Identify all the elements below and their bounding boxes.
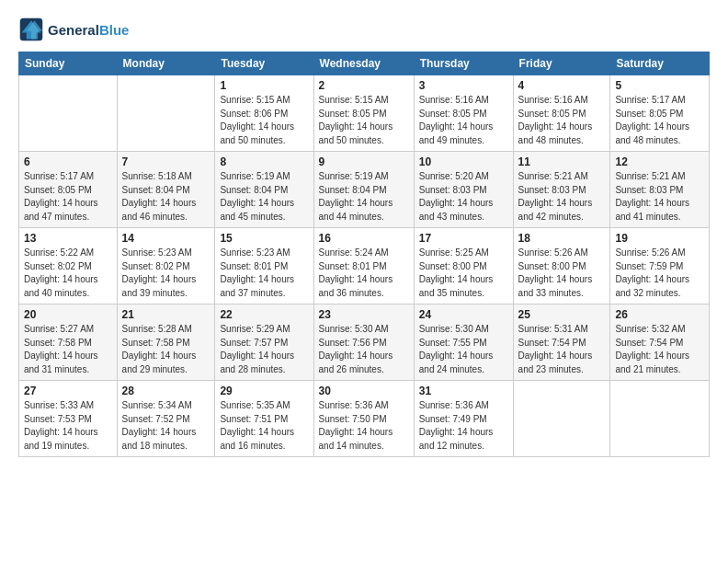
calendar-table: SundayMondayTuesdayWednesdayThursdayFrid… (18, 52, 710, 457)
day-number: 23 (319, 308, 409, 321)
day-info: Sunrise: 5:20 AM Sunset: 8:03 PM Dayligh… (419, 170, 508, 224)
day-number: 22 (220, 308, 308, 321)
calendar-cell: 3Sunrise: 5:16 AM Sunset: 8:05 PM Daylig… (414, 75, 513, 152)
day-info: Sunrise: 5:21 AM Sunset: 8:03 PM Dayligh… (615, 170, 704, 224)
day-number: 8 (220, 155, 308, 168)
day-number: 18 (518, 232, 606, 245)
week-row-1: 1Sunrise: 5:15 AM Sunset: 8:06 PM Daylig… (19, 75, 710, 152)
calendar-cell: 29Sunrise: 5:35 AM Sunset: 7:51 PM Dayli… (215, 381, 313, 457)
day-info: Sunrise: 5:36 AM Sunset: 7:50 PM Dayligh… (319, 399, 409, 453)
day-info: Sunrise: 5:30 AM Sunset: 7:55 PM Dayligh… (419, 323, 508, 376)
calendar-cell (610, 381, 710, 457)
day-info: Sunrise: 5:29 AM Sunset: 7:57 PM Dayligh… (220, 323, 308, 376)
calendar-cell (513, 381, 610, 457)
logo: GeneralBlue (18, 17, 129, 42)
day-number: 14 (122, 232, 210, 245)
day-info: Sunrise: 5:24 AM Sunset: 8:01 PM Dayligh… (319, 247, 409, 300)
calendar-cell: 10Sunrise: 5:20 AM Sunset: 8:03 PM Dayli… (414, 152, 513, 228)
day-number: 15 (220, 232, 308, 245)
day-info: Sunrise: 5:26 AM Sunset: 7:59 PM Dayligh… (615, 247, 704, 300)
day-info: Sunrise: 5:33 AM Sunset: 7:53 PM Dayligh… (24, 399, 112, 453)
day-number: 6 (24, 155, 112, 168)
calendar-cell: 31Sunrise: 5:36 AM Sunset: 7:49 PM Dayli… (414, 381, 513, 457)
day-number: 16 (319, 232, 409, 245)
day-info: Sunrise: 5:27 AM Sunset: 7:58 PM Dayligh… (24, 323, 112, 376)
calendar-cell: 25Sunrise: 5:31 AM Sunset: 7:54 PM Dayli… (513, 304, 610, 381)
calendar-cell: 1Sunrise: 5:15 AM Sunset: 8:06 PM Daylig… (215, 75, 313, 152)
day-number: 13 (24, 232, 112, 245)
day-number: 12 (615, 155, 704, 168)
day-info: Sunrise: 5:17 AM Sunset: 8:05 PM Dayligh… (24, 170, 112, 224)
calendar-cell: 13Sunrise: 5:22 AM Sunset: 8:02 PM Dayli… (19, 228, 118, 304)
calendar-cell: 21Sunrise: 5:28 AM Sunset: 7:58 PM Dayli… (117, 304, 215, 381)
calendar-cell: 26Sunrise: 5:32 AM Sunset: 7:54 PM Dayli… (610, 304, 710, 381)
day-number: 11 (518, 155, 606, 168)
calendar-cell: 17Sunrise: 5:25 AM Sunset: 8:00 PM Dayli… (414, 228, 513, 304)
header: GeneralBlue (18, 17, 710, 42)
weekday-header-friday: Friday (513, 52, 610, 75)
calendar-cell: 2Sunrise: 5:15 AM Sunset: 8:05 PM Daylig… (313, 75, 414, 152)
calendar-cell: 6Sunrise: 5:17 AM Sunset: 8:05 PM Daylig… (19, 152, 118, 228)
calendar-cell: 24Sunrise: 5:30 AM Sunset: 7:55 PM Dayli… (414, 304, 513, 381)
day-number: 21 (122, 308, 210, 321)
day-info: Sunrise: 5:17 AM Sunset: 8:05 PM Dayligh… (615, 94, 704, 147)
weekday-header-sunday: Sunday (19, 52, 118, 75)
day-number: 25 (518, 308, 606, 321)
calendar-cell: 30Sunrise: 5:36 AM Sunset: 7:50 PM Dayli… (313, 381, 414, 457)
day-info: Sunrise: 5:23 AM Sunset: 8:01 PM Dayligh… (220, 247, 308, 300)
day-number: 30 (319, 385, 409, 397)
day-number: 24 (419, 308, 508, 321)
day-number: 7 (122, 155, 210, 168)
calendar-cell: 8Sunrise: 5:19 AM Sunset: 8:04 PM Daylig… (215, 152, 313, 228)
calendar-cell (117, 75, 215, 152)
weekday-header-saturday: Saturday (610, 52, 710, 75)
day-number: 3 (419, 79, 508, 92)
day-number: 20 (24, 308, 112, 321)
weekday-header-thursday: Thursday (414, 52, 513, 75)
calendar-cell: 20Sunrise: 5:27 AM Sunset: 7:58 PM Dayli… (19, 304, 118, 381)
calendar-cell: 22Sunrise: 5:29 AM Sunset: 7:57 PM Dayli… (215, 304, 313, 381)
weekday-header-wednesday: Wednesday (313, 52, 414, 75)
day-info: Sunrise: 5:36 AM Sunset: 7:49 PM Dayligh… (419, 399, 508, 453)
logo-icon (18, 17, 44, 42)
day-info: Sunrise: 5:26 AM Sunset: 8:00 PM Dayligh… (518, 247, 606, 300)
day-info: Sunrise: 5:30 AM Sunset: 7:56 PM Dayligh… (319, 323, 409, 376)
calendar-cell (19, 75, 118, 152)
day-number: 17 (419, 232, 508, 245)
day-number: 19 (615, 232, 704, 245)
day-info: Sunrise: 5:18 AM Sunset: 8:04 PM Dayligh… (122, 170, 210, 224)
day-info: Sunrise: 5:34 AM Sunset: 7:52 PM Dayligh… (122, 399, 210, 453)
day-number: 9 (319, 155, 409, 168)
day-info: Sunrise: 5:31 AM Sunset: 7:54 PM Dayligh… (518, 323, 606, 376)
page: GeneralBlue SundayMondayTuesdayWednesday… (0, 0, 728, 563)
calendar-cell: 7Sunrise: 5:18 AM Sunset: 8:04 PM Daylig… (117, 152, 215, 228)
day-info: Sunrise: 5:35 AM Sunset: 7:51 PM Dayligh… (220, 399, 308, 453)
calendar-cell: 27Sunrise: 5:33 AM Sunset: 7:53 PM Dayli… (19, 381, 118, 457)
calendar-cell: 23Sunrise: 5:30 AM Sunset: 7:56 PM Dayli… (313, 304, 414, 381)
day-info: Sunrise: 5:25 AM Sunset: 8:00 PM Dayligh… (419, 247, 508, 300)
calendar-cell: 18Sunrise: 5:26 AM Sunset: 8:00 PM Dayli… (513, 228, 610, 304)
day-info: Sunrise: 5:23 AM Sunset: 8:02 PM Dayligh… (122, 247, 210, 300)
weekday-header-row: SundayMondayTuesdayWednesdayThursdayFrid… (19, 52, 710, 75)
day-info: Sunrise: 5:16 AM Sunset: 8:05 PM Dayligh… (518, 94, 606, 147)
day-info: Sunrise: 5:32 AM Sunset: 7:54 PM Dayligh… (615, 323, 704, 376)
day-number: 29 (220, 385, 308, 397)
week-row-4: 20Sunrise: 5:27 AM Sunset: 7:58 PM Dayli… (19, 304, 710, 381)
day-number: 5 (615, 79, 704, 92)
weekday-header-tuesday: Tuesday (215, 52, 313, 75)
week-row-5: 27Sunrise: 5:33 AM Sunset: 7:53 PM Dayli… (19, 381, 710, 457)
week-row-2: 6Sunrise: 5:17 AM Sunset: 8:05 PM Daylig… (19, 152, 710, 228)
day-info: Sunrise: 5:15 AM Sunset: 8:06 PM Dayligh… (220, 94, 308, 147)
calendar-cell: 14Sunrise: 5:23 AM Sunset: 8:02 PM Dayli… (117, 228, 215, 304)
day-number: 28 (122, 385, 210, 397)
calendar-cell: 28Sunrise: 5:34 AM Sunset: 7:52 PM Dayli… (117, 381, 215, 457)
calendar-cell: 5Sunrise: 5:17 AM Sunset: 8:05 PM Daylig… (610, 75, 710, 152)
day-number: 4 (518, 79, 606, 92)
day-info: Sunrise: 5:28 AM Sunset: 7:58 PM Dayligh… (122, 323, 210, 376)
calendar-cell: 16Sunrise: 5:24 AM Sunset: 8:01 PM Dayli… (313, 228, 414, 304)
calendar-cell: 9Sunrise: 5:19 AM Sunset: 8:04 PM Daylig… (313, 152, 414, 228)
day-number: 31 (419, 385, 508, 397)
logo-text: GeneralBlue (48, 22, 129, 38)
calendar-cell: 19Sunrise: 5:26 AM Sunset: 7:59 PM Dayli… (610, 228, 710, 304)
day-info: Sunrise: 5:19 AM Sunset: 8:04 PM Dayligh… (319, 170, 409, 224)
